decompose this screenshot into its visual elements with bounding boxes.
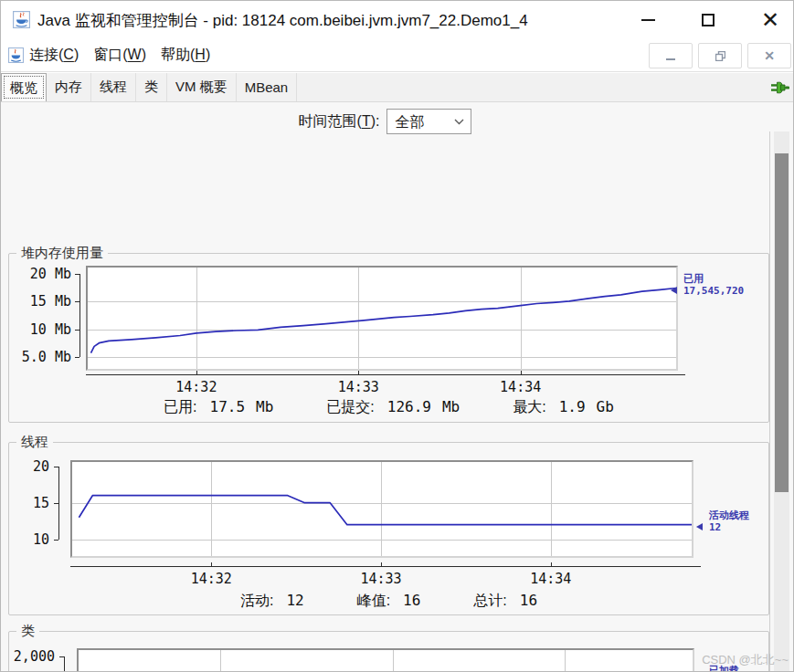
heap-plot-area bbox=[86, 266, 678, 371]
y-tick-label: 20 bbox=[33, 458, 49, 475]
time-range-value: 全部 bbox=[395, 113, 424, 132]
x-tick-mark bbox=[211, 562, 212, 566]
x-tick-mark bbox=[381, 562, 382, 566]
menubar: 连接(C) 窗口(W) 帮助(H) ✕ bbox=[1, 39, 793, 72]
y-tick-mark bbox=[75, 301, 79, 302]
heap-series-line bbox=[88, 268, 676, 369]
x-tick-label: 14:33 bbox=[338, 379, 379, 395]
x-tick-label: 14:32 bbox=[175, 379, 217, 395]
stat-used: 已用:17.5Mb bbox=[164, 398, 273, 417]
threads-x-axis-labels: 14:3214:3314:34 bbox=[70, 571, 701, 589]
frame-minimize-button[interactable] bbox=[649, 43, 693, 68]
y-tick-label: 2,000 bbox=[14, 648, 55, 665]
y-tick-mark bbox=[54, 540, 58, 541]
window-titlebar: Java 监视和管理控制台 - pid: 18124 com.beibei.jv… bbox=[1, 1, 793, 39]
heap-memory-chart-panel: 堆内存使用量 20 Mb15 Mb10 Mb5.0 Mb 14:3214:331… bbox=[8, 253, 769, 423]
frame-close-icon: ✕ bbox=[764, 48, 775, 63]
tab-memory[interactable]: 内存 bbox=[47, 73, 91, 101]
threads-chart-panel: 线程 201510 14:3214:3314:34 活动线程 12 活动:12 … bbox=[8, 442, 769, 615]
jconsole-window: { "window": { "title": "Java 监视和管理控制台 - … bbox=[0, 0, 794, 672]
stat-max: 最大:1.9Gb bbox=[513, 398, 614, 417]
tab-overview[interactable]: 概览 bbox=[1, 73, 47, 101]
scrollbar-thumb[interactable] bbox=[775, 153, 789, 492]
heap-y-axis-labels: 20 Mb15 Mb10 Mb5.0 Mb bbox=[9, 266, 77, 371]
heap-x-axis bbox=[86, 374, 685, 375]
threads-chart-title: 线程 bbox=[16, 434, 53, 451]
y-tick-mark bbox=[59, 656, 64, 657]
y-tick-mark bbox=[54, 503, 58, 504]
y-tick-mark bbox=[54, 467, 58, 467]
heap-stats-row: 已用:17.5Mb 已提交:126.9Mb 最大:1.9Gb bbox=[9, 398, 768, 417]
x-tick-label: 14:34 bbox=[530, 571, 571, 587]
frame-close-button[interactable]: ✕ bbox=[747, 43, 791, 68]
y-tick-label: 10 bbox=[33, 531, 49, 548]
overview-panel: 时间范围(T): 全部 堆内存使用量 20 Mb15 Mb10 Mb5.0 Mb… bbox=[1, 102, 793, 672]
x-tick-mark bbox=[196, 371, 197, 374]
classes-series-line bbox=[79, 650, 693, 672]
menu-item-connection[interactable]: 连接(C) bbox=[29, 46, 79, 65]
x-tick-label: 14:32 bbox=[191, 571, 232, 587]
java-logo-icon bbox=[13, 11, 30, 28]
tab-mbean[interactable]: MBean bbox=[237, 73, 298, 101]
stat-committed: 已提交:126.9Mb bbox=[326, 398, 460, 417]
frame-minimize-icon bbox=[666, 58, 675, 60]
y-tick-label: 5.0 Mb bbox=[22, 349, 71, 365]
time-range-label: 时间范围(T): bbox=[299, 112, 380, 131]
x-tick-mark bbox=[521, 371, 522, 374]
y-tick-mark bbox=[75, 330, 79, 331]
tab-classes[interactable]: 类 bbox=[136, 73, 167, 101]
minimize-icon bbox=[641, 19, 655, 21]
maximize-button[interactable] bbox=[693, 6, 724, 34]
y-tick-label: 10 Mb bbox=[30, 321, 71, 338]
close-button[interactable]: ✕ bbox=[755, 6, 786, 34]
frame-java-icon bbox=[8, 47, 24, 63]
y-tick-mark bbox=[75, 274, 79, 275]
classes-y-axis bbox=[59, 648, 65, 672]
threads-y-axis bbox=[54, 460, 59, 558]
classes-chart-panel: 类 2,0001,5001,000 14:3214:3314:34 已加载 1,… bbox=[8, 631, 769, 672]
frame-restore-button[interactable] bbox=[698, 43, 742, 68]
stat-total: 总计:16 bbox=[473, 592, 537, 611]
tab-threads[interactable]: 线程 bbox=[91, 73, 136, 101]
threads-plot-area bbox=[70, 460, 693, 558]
close-icon: ✕ bbox=[761, 9, 779, 31]
classes-y-axis-labels: 2,0001,5001,000 bbox=[9, 648, 60, 672]
legend-arrow-icon bbox=[696, 523, 703, 530]
maximize-icon bbox=[702, 14, 715, 26]
tab-bar: 概览 内存 线程 类 VM 概要 MBean bbox=[1, 73, 793, 102]
menu-item-help[interactable]: 帮助(H) bbox=[161, 46, 210, 65]
chevron-down-icon bbox=[454, 119, 464, 125]
viewport-edge bbox=[769, 131, 770, 672]
window-title: Java 监视和管理控制台 - pid: 18124 com.beibei.jv… bbox=[37, 10, 528, 31]
threads-y-axis-labels: 201510 bbox=[9, 460, 55, 558]
connection-status-plug-icon bbox=[771, 79, 789, 96]
threads-x-axis bbox=[70, 566, 701, 567]
legend-arrow-icon bbox=[671, 287, 677, 294]
stat-peak: 峰值:16 bbox=[357, 592, 421, 611]
time-range-select[interactable]: 全部 bbox=[386, 109, 471, 134]
y-tick-label: 15 Mb bbox=[30, 293, 71, 310]
heap-legend-value: 17,545,720 bbox=[683, 285, 744, 297]
threads-legend-value: 12 bbox=[709, 521, 721, 533]
x-tick-mark bbox=[358, 371, 359, 374]
x-tick-label: 14:33 bbox=[360, 571, 401, 587]
classes-plot-area bbox=[77, 648, 694, 672]
vertical-scrollbar[interactable] bbox=[774, 131, 789, 672]
menu-item-window[interactable]: 窗口(W) bbox=[93, 46, 146, 65]
x-tick-label: 14:34 bbox=[500, 379, 541, 395]
heap-x-axis-labels: 14:3214:3314:34 bbox=[86, 379, 685, 397]
tab-vm-summary[interactable]: VM 概要 bbox=[167, 73, 237, 101]
minimize-button[interactable] bbox=[632, 6, 663, 34]
frame-restore-icon bbox=[715, 51, 725, 61]
threads-legend-title: 活动线程 bbox=[709, 509, 749, 521]
threads-stats-row: 活动:12 峰值:16 总计:16 bbox=[9, 592, 768, 611]
heap-legend-title: 已用 bbox=[683, 273, 704, 285]
x-tick-mark bbox=[551, 562, 552, 566]
y-tick-label: 15 bbox=[33, 495, 49, 511]
heap-chart-title: 堆内存使用量 bbox=[16, 245, 108, 262]
y-tick-label: 20 Mb bbox=[30, 266, 71, 282]
stat-live: 活动:12 bbox=[240, 592, 304, 611]
watermark: CSDN @北北~~ bbox=[702, 652, 789, 668]
y-tick-mark bbox=[75, 357, 79, 358]
heap-y-axis bbox=[75, 266, 80, 371]
